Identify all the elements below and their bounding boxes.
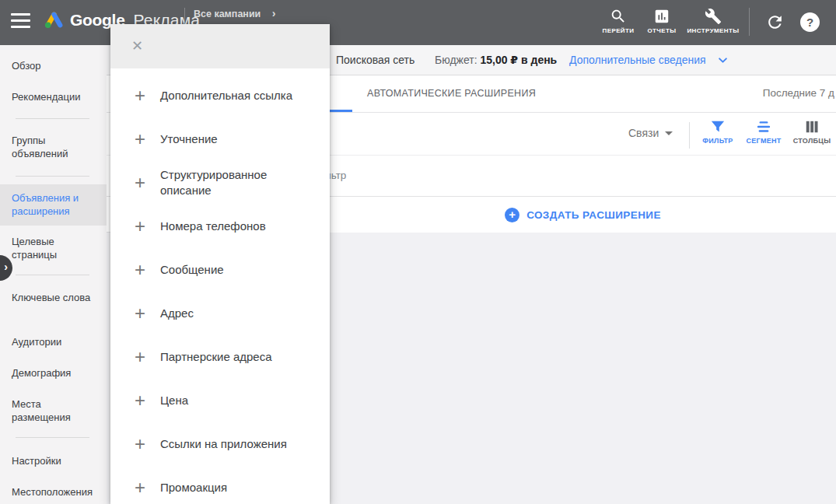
wrench-icon [705,8,722,25]
reports-button[interactable]: ОТЧЕТЫ [632,8,691,34]
relations-dropdown[interactable]: Связи [628,127,673,139]
create-extension-button[interactable]: + СОЗДАТЬ РАСШИРЕНИЕ [505,208,661,222]
segment-icon [755,120,772,135]
plus-icon: + [131,130,149,149]
tools-label: ИНСТРУМЕНТЫ [684,27,743,34]
segment-label: СЕГМЕНТ [741,137,786,145]
sidebar-item-landing-pages[interactable]: Целевые страницы [12,235,94,261]
plus-circle-icon: + [505,208,519,222]
toolbar-divider [689,122,690,149]
sidebar-item-audiences[interactable]: Аудитории [12,335,94,348]
plus-icon: + [131,435,149,453]
close-icon[interactable]: ✕ [131,37,143,54]
menu-item-app-links[interactable]: + Ссылки на приложения [110,422,330,466]
active-tab-indicator [330,110,352,112]
sidebar-item-overview[interactable]: Обзор [12,59,94,72]
tools-button[interactable]: ИНСТРУМЕНТЫ [684,8,743,34]
extension-menu-list: + Дополнительная ссылка + Уточнение + Ст… [110,68,330,504]
sidebar-item-ad-groups[interactable]: Группы объявлений [12,134,94,160]
extension-menu-header: ✕ [110,24,330,68]
menu-item-callout[interactable]: + Уточнение [110,117,330,161]
menu-item-label: Структурированное описание [160,167,310,198]
breadcrumb-all-campaigns[interactable]: Все кампании [194,9,261,19]
columns-icon [803,120,820,135]
sidebar-item-recommendations[interactable]: Рекомендации [12,90,94,103]
tab-automatic-extensions[interactable]: АВТОМАТИЧЕСКИЕ РАСШИРЕНИЯ [367,88,536,99]
date-range-selector[interactable]: Последние 7 д [763,87,834,99]
sidebar-divider [16,275,89,275]
extension-type-menu: ✕ + Дополнительная ссылка + Уточнение + … [110,24,330,504]
sidebar-item-placements[interactable]: Места размещения [12,397,94,424]
google-ads-app: Google Реклама Все кампании › Campaign #… [0,0,836,504]
sidebar-item-locations[interactable]: Местоположения [12,485,94,499]
chevron-right-icon: › [272,7,276,19]
menu-item-price[interactable]: + Цена [110,379,330,422]
chevron-right-icon: › [4,261,8,273]
menu-item-location[interactable]: + Адрес [110,292,330,335]
sidebar-item-demographics[interactable]: Демография [12,366,94,380]
budget-label: Бюджет: [435,54,477,66]
columns-button[interactable]: СТОЛБЦЫ [789,120,834,145]
reports-label: ОТЧЕТЫ [632,27,691,34]
sidebar-item-keywords[interactable]: Ключевые слова [12,291,94,304]
plus-icon: + [131,261,149,279]
refresh-button[interactable] [765,12,785,35]
menu-item-structured-snippet[interactable]: + Структурированное описание [110,161,330,205]
menu-item-label: Сообщение [160,262,310,278]
network-type: Поисковая сеть [336,54,415,66]
filter-button[interactable]: ФИЛЬТР [695,120,740,145]
sidebar-divider [16,176,89,177]
menu-item-label: Номера телефонов [160,219,310,234]
relations-label: Связи [628,127,659,139]
chevron-down-icon [717,54,729,66]
dropdown-arrow-icon [665,131,673,135]
details-link[interactable]: Дополнительные сведения [569,54,729,66]
menu-item-sitelink[interactable]: + Дополнительная ссылка [110,74,330,117]
menu-item-label: Уточнение [160,131,310,147]
sidebar-divider [16,437,89,438]
menu-item-label: Цена [160,393,310,408]
columns-label: СТОЛБЦЫ [789,137,834,145]
help-button[interactable]: ? [800,12,820,32]
menu-item-phone-numbers[interactable]: + Номера телефонов [110,205,330,248]
filter-funnel-icon [709,120,726,135]
plus-icon: + [131,86,149,105]
sidebar-item-ads-extensions[interactable]: Объявления и расширения [12,191,94,218]
create-extension-label: СОЗДАТЬ РАСШИРЕНИЕ [526,209,661,221]
sidebar-divider [16,118,89,119]
segment-button[interactable]: СЕГМЕНТ [741,120,786,145]
menu-item-affiliate-location[interactable]: + Партнерские адреса [110,335,330,379]
menu-item-label: Ссылки на приложения [160,436,310,452]
filter-label: ФИЛЬТР [695,137,740,145]
budget-value: 15,00 ₽ в день [480,54,557,66]
plus-icon: + [131,217,149,236]
menu-icon[interactable] [11,13,30,28]
sidebar-collapse-handle[interactable]: › [0,255,12,281]
google-ads-logo-icon [44,10,65,33]
plus-icon: + [131,391,149,410]
sidebar-item-settings[interactable]: Настройки [12,454,94,467]
menu-item-label: Промоакция [160,480,310,495]
menu-item-label: Партнерские адреса [160,349,310,365]
menu-item-label: Адрес [160,306,310,321]
menu-item-label: Дополнительная ссылка [160,88,310,103]
plus-icon: + [131,304,149,323]
search-icon [610,8,627,25]
plus-icon: + [131,348,149,366]
sidebar-nav: Обзор Рекомендации Группы объявлений Объ… [0,45,107,504]
chart-icon [653,8,670,25]
plus-icon: + [131,173,149,192]
plus-icon: + [131,478,149,497]
details-link-label: Дополнительные сведения [569,54,706,66]
menu-item-promotion[interactable]: + Промоакция [110,466,330,504]
topbar-divider [749,8,750,36]
help-icon: ? [800,12,820,32]
refresh-icon [765,12,785,32]
menu-item-message[interactable]: + Сообщение [110,248,330,292]
